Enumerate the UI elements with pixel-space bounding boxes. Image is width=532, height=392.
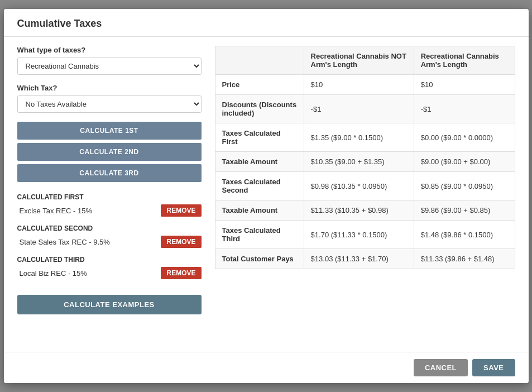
- modal-title: Cumulative Taxes: [17, 18, 102, 29]
- taxes-second-col2: $0.85 ($9.00 * 0.0950): [414, 172, 515, 200]
- table-row: Taxes Calculated First $1.35 ($9.00 * 0.…: [215, 123, 515, 152]
- modal-overlay: Cumulative Taxes What type of taxes? Rec…: [0, 0, 532, 392]
- calculate-1st-button[interactable]: CALCULATE 1ST: [17, 122, 202, 140]
- state-sales-tax-remove-button[interactable]: REMOVE: [161, 236, 201, 248]
- calc-buttons-group: CALCULATE 1ST CALCULATE 2ND CALCULATE 3R…: [17, 122, 202, 182]
- table-row: Price $10 $10: [215, 75, 515, 95]
- taxes-third-col1: $1.70 ($11.33 * 0.1500): [304, 221, 414, 249]
- discounts-col2: -$1: [414, 95, 515, 123]
- taxable-2-col2: $9.86 ($9.00 + $0.85): [414, 200, 515, 221]
- discounts-col1: -$1: [304, 95, 414, 123]
- which-tax-group: Which Tax? No Taxes Available: [17, 84, 202, 113]
- calculated-third-title: CALCULATED THIRD: [17, 256, 202, 264]
- row-label-taxes-first: Taxes Calculated First: [215, 123, 304, 152]
- examples-table: Recreational Cannabis NOT Arm's Length R…: [215, 46, 515, 269]
- price-col2: $10: [414, 75, 515, 95]
- calculate-examples-button[interactable]: CALCULATE EXAMPLES: [17, 295, 202, 314]
- modal-footer: CANCEL SAVE: [4, 352, 529, 383]
- taxable-1-col1: $10.35 ($9.00 + $1.35): [304, 152, 414, 172]
- tax-type-label: What type of taxes?: [17, 46, 202, 54]
- table-row: Taxes Calculated Third $1.70 ($11.33 * 0…: [215, 221, 515, 249]
- table-empty-header: [215, 46, 304, 75]
- total-col2: $11.33 ($9.86 + $1.48): [414, 249, 515, 269]
- local-biz-tax-remove-button[interactable]: REMOVE: [161, 267, 201, 279]
- table-row: Taxable Amount $10.35 ($9.00 + $1.35) $9…: [215, 152, 515, 172]
- table-row: Total Customer Pays $13.03 ($11.33 + $1.…: [215, 249, 515, 269]
- excise-tax-remove-button[interactable]: REMOVE: [161, 204, 201, 217]
- taxable-2-col1: $11.33 ($10.35 + $0.98): [304, 200, 414, 221]
- taxes-second-col1: $0.98 ($10.35 * 0.0950): [304, 172, 414, 200]
- tax-type-group: What type of taxes? Recreational Cannabi…: [17, 46, 202, 75]
- table-row: Taxable Amount $11.33 ($10.35 + $0.98) $…: [215, 200, 515, 221]
- which-tax-label: Which Tax?: [17, 84, 202, 92]
- row-label-taxable-1: Taxable Amount: [215, 152, 304, 172]
- local-biz-tax-item: Local Biz REC - 15% REMOVE: [17, 267, 202, 279]
- save-button[interactable]: SAVE: [472, 359, 515, 376]
- total-col1: $13.03 ($11.33 + $1.70): [304, 249, 414, 269]
- modal-header: Cumulative Taxes: [4, 9, 529, 37]
- col1-header: Recreational Cannabis NOT Arm's Length: [304, 46, 414, 75]
- table-row: Taxes Calculated Second $0.98 ($10.35 * …: [215, 172, 515, 200]
- taxes-first-col1: $1.35 ($9.00 * 0.1500): [304, 123, 414, 152]
- row-label-taxes-third: Taxes Calculated Third: [215, 221, 304, 249]
- row-label-discounts: Discounts (Discounts included): [215, 95, 304, 123]
- col2-header: Recreational Cannabis Arm's Length: [414, 46, 515, 75]
- which-tax-select[interactable]: No Taxes Available: [17, 95, 202, 113]
- right-panel: Recreational Cannabis NOT Arm's Length R…: [215, 46, 515, 343]
- tax-type-select[interactable]: Recreational Cannabis: [17, 58, 202, 75]
- taxes-third-col2: $1.48 ($9.86 * 0.1500): [414, 221, 515, 249]
- modal-body: What type of taxes? Recreational Cannabi…: [4, 37, 529, 352]
- cancel-button[interactable]: CANCEL: [414, 359, 468, 376]
- calculate-2nd-button[interactable]: CALCULATE 2ND: [17, 143, 202, 161]
- row-label-total: Total Customer Pays: [215, 249, 304, 269]
- taxes-first-col2: $0.00 ($9.00 * 0.0000): [414, 123, 515, 152]
- state-sales-tax-label: State Sales Tax REC - 9.5%: [20, 238, 110, 246]
- local-biz-tax-label: Local Biz REC - 15%: [20, 269, 87, 278]
- state-sales-tax-item: State Sales Tax REC - 9.5% REMOVE: [17, 236, 202, 248]
- modal: Cumulative Taxes What type of taxes? Rec…: [4, 9, 529, 383]
- calculated-first-title: CALCULATED FIRST: [17, 193, 202, 201]
- left-panel: What type of taxes? Recreational Cannabi…: [17, 46, 202, 343]
- row-label-taxes-second: Taxes Calculated Second: [215, 172, 304, 200]
- excise-tax-label: Excise Tax REC - 15%: [20, 207, 93, 215]
- excise-tax-item: Excise Tax REC - 15% REMOVE: [17, 204, 202, 217]
- table-row: Discounts (Discounts included) -$1 -$1: [215, 95, 515, 123]
- taxable-1-col2: $9.00 ($9.00 + $0.00): [414, 152, 515, 172]
- row-label-price: Price: [215, 75, 304, 95]
- price-col1: $10: [304, 75, 414, 95]
- calculate-3rd-button[interactable]: CALCULATE 3RD: [17, 164, 202, 182]
- row-label-taxable-2: Taxable Amount: [215, 200, 304, 221]
- calculated-second-title: CALCULATED SECOND: [17, 224, 202, 232]
